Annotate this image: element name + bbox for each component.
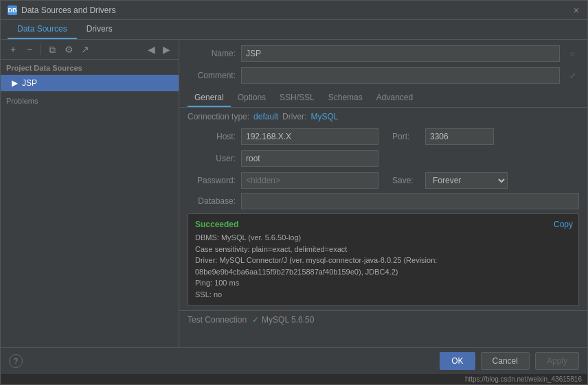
- duplicate-button[interactable]: ⧉: [45, 43, 59, 56]
- url-bar: https://blog.csdn.net/weixin_43615816: [1, 374, 587, 384]
- inner-tabs: General Options SSH/SSL Schemas Advanced: [179, 89, 587, 108]
- port-label: Port:: [392, 132, 420, 141]
- success-line-5: Ping: 100 ms: [195, 277, 572, 289]
- success-panel: Succeeded Copy DBMS: MySQL (ver. 5.6.50-…: [188, 213, 579, 306]
- sidebar-toolbar: + − ⧉ ⚙ ↗ ◀ ▶: [1, 40, 179, 60]
- name-label: Name:: [188, 49, 236, 58]
- toolbar-separator: [41, 44, 41, 55]
- dialog-title: Data Sources and Drivers: [21, 5, 115, 15]
- database-input[interactable]: [241, 193, 579, 209]
- password-input[interactable]: [241, 172, 378, 189]
- name-row: Name: ○: [179, 40, 587, 65]
- success-line-6: SSL: no: [195, 289, 572, 301]
- tab-drivers[interactable]: Drivers: [77, 20, 122, 39]
- database-label-row: Database:: [179, 193, 587, 209]
- save-select[interactable]: Forever Until restart Never: [425, 172, 508, 189]
- comment-row: Comment: ⤢: [179, 65, 587, 86]
- top-tabs: Data Sources Drivers: [1, 20, 587, 40]
- comment-label: Comment:: [188, 71, 236, 80]
- test-connection-label: Test Connection: [188, 315, 247, 325]
- user-row: User:: [188, 150, 579, 167]
- cancel-button[interactable]: Cancel: [481, 352, 530, 370]
- sidebar-item-label: JSP: [22, 78, 37, 88]
- apply-button[interactable]: Apply: [535, 352, 579, 370]
- nav-back-button[interactable]: ◀: [144, 43, 158, 56]
- tab-advanced[interactable]: Advanced: [370, 89, 420, 107]
- title-bar-left: DB Data Sources and Drivers: [8, 5, 115, 15]
- datasource-icon: ▶: [12, 78, 18, 88]
- save-label: Save:: [392, 176, 420, 185]
- tab-general[interactable]: General: [188, 89, 231, 107]
- tab-sshssl[interactable]: SSH/SSL: [273, 89, 321, 107]
- add-button[interactable]: +: [6, 43, 20, 56]
- success-text: DBMS: MySQL (ver. 5.6.50-log) Case sensi…: [195, 232, 572, 300]
- nav-forward-button[interactable]: ▶: [159, 43, 173, 56]
- footer-left: ?: [9, 354, 23, 368]
- driver-label: Driver:: [282, 112, 306, 121]
- host-label: Host:: [188, 132, 236, 141]
- dialog: DB Data Sources and Drivers × Data Sourc…: [0, 0, 588, 385]
- success-line-1: DBMS: MySQL (ver. 5.6.50-log): [195, 232, 572, 244]
- name-input[interactable]: [241, 45, 560, 62]
- help-button[interactable]: ?: [9, 354, 23, 368]
- host-input[interactable]: [241, 128, 378, 145]
- form-area: Host: Port: User: Password: Save: Forev: [179, 126, 587, 191]
- right-panel: Name: ○ Comment: ⤢ General Options SSH/S…: [179, 40, 587, 347]
- sidebar-item-jsp[interactable]: ▶ JSP: [1, 75, 179, 91]
- script-button[interactable]: ↗: [78, 43, 92, 56]
- database-label: Database:: [188, 196, 236, 206]
- bottom-bar: Test Connection ✓ MySQL 5.6.50: [179, 310, 587, 329]
- settings-button[interactable]: ⚙: [62, 43, 76, 56]
- toolbar-nav: ◀ ▶: [144, 43, 173, 56]
- test-connection-button[interactable]: Test Connection: [188, 315, 247, 325]
- close-button[interactable]: ×: [572, 5, 580, 15]
- port-input[interactable]: [425, 128, 494, 145]
- success-line-2: Case sensitivity: plain=exact, delimited…: [195, 244, 572, 255]
- connection-type-label: Connection type:: [188, 112, 249, 121]
- sidebar-problems: Problems: [1, 91, 179, 108]
- password-label: Password:: [188, 176, 236, 185]
- tab-options[interactable]: Options: [231, 89, 273, 107]
- user-input[interactable]: [241, 150, 378, 167]
- check-icon: ✓: [252, 315, 259, 325]
- copy-button[interactable]: Copy: [554, 220, 573, 229]
- success-title: Succeeded: [195, 220, 572, 229]
- sidebar-section-title: Project Data Sources: [1, 60, 179, 75]
- dialog-footer: ? OK Cancel Apply: [1, 347, 587, 374]
- title-bar: DB Data Sources and Drivers ×: [1, 1, 587, 20]
- connection-type-row: Connection type: default Driver: MySQL: [179, 108, 587, 126]
- password-row: Password: Save: Forever Until restart Ne…: [188, 172, 579, 189]
- ok-button[interactable]: OK: [440, 352, 475, 370]
- mysql-version: MySQL 5.6.50: [262, 315, 314, 325]
- expand-icon[interactable]: ⤢: [565, 69, 579, 82]
- name-icon: ○: [565, 47, 579, 60]
- success-line-3: Driver: MySQL Connector/J (ver. mysql-co…: [195, 255, 572, 266]
- user-label: User:: [188, 154, 236, 163]
- test-result: ✓ MySQL 5.6.50: [252, 315, 314, 325]
- sidebar: + − ⧉ ⚙ ↗ ◀ ▶ Project Data Sources ▶ JSP…: [1, 40, 179, 347]
- host-port-row: Host: Port:: [188, 128, 579, 145]
- remove-button[interactable]: −: [23, 43, 36, 56]
- footer-right: OK Cancel Apply: [440, 352, 579, 370]
- app-icon: DB: [8, 5, 17, 15]
- driver-value[interactable]: MySQL: [310, 112, 338, 121]
- success-line-4: 08be9e9b4cba6aa115f9b27b215887af40b159e0…: [195, 266, 572, 278]
- connection-type-value[interactable]: default: [253, 112, 278, 121]
- tab-schemas[interactable]: Schemas: [321, 89, 370, 107]
- tab-data-sources[interactable]: Data Sources: [8, 20, 77, 39]
- comment-input[interactable]: [241, 67, 560, 84]
- main-content: + − ⧉ ⚙ ↗ ◀ ▶ Project Data Sources ▶ JSP…: [1, 40, 587, 347]
